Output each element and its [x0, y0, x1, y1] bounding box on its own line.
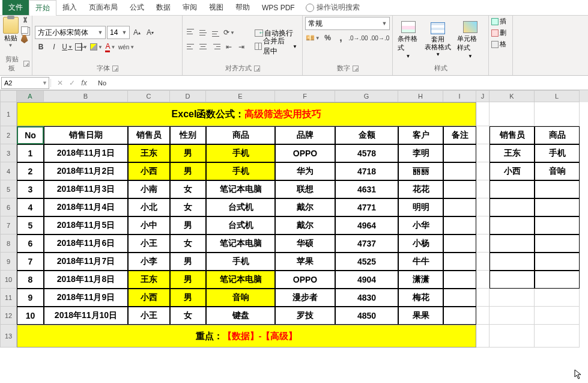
table-format-button[interactable]: 套用 表格格式▼ [422, 21, 453, 58]
enter-formula-icon[interactable]: ✓ [67, 79, 77, 87]
table-cell[interactable]: 女 [170, 198, 206, 216]
table-cell[interactable]: 小北 [128, 198, 170, 216]
tab-review[interactable]: 审阅 [177, 0, 203, 15]
table-cell[interactable]: 小南 [128, 180, 170, 198]
table-cell[interactable] [443, 307, 476, 325]
table-cell[interactable]: 明明 [398, 198, 443, 216]
table-cell[interactable]: 2018年11月9日 [44, 289, 128, 307]
align-top-button[interactable] [185, 26, 197, 39]
table-cell[interactable]: 4525 [335, 253, 398, 271]
table-cell[interactable]: 台式机 [206, 198, 275, 216]
table-cell[interactable]: 10 [17, 307, 44, 325]
table-cell[interactable]: 男 [170, 289, 206, 307]
table-cell[interactable]: 手机 [206, 144, 275, 162]
table-cell[interactable]: 音响 [206, 289, 275, 307]
align-middle-button[interactable] [198, 26, 210, 39]
table-cell[interactable]: 3 [17, 180, 44, 198]
copy-icon[interactable] [21, 26, 28, 34]
table-cell[interactable]: 梅花 [398, 289, 443, 307]
table-cell[interactable] [443, 198, 476, 216]
table-cell[interactable]: 戴尔 [275, 198, 335, 216]
comma-button[interactable] [335, 31, 347, 44]
table-cell[interactable]: 2018年11月6日 [44, 234, 128, 253]
paste-button[interactable]: 粘贴 ▼ [3, 17, 19, 48]
format-cells-button[interactable]: 格 [491, 40, 506, 49]
col-header[interactable]: D [170, 90, 206, 102]
table-cell[interactable]: 王东 [128, 144, 170, 162]
tab-layout[interactable]: 页面布局 [83, 0, 124, 15]
col-header[interactable]: J [476, 90, 489, 102]
table-header[interactable]: 销售日期 [44, 126, 128, 144]
table-cell[interactable]: 4771 [335, 198, 398, 216]
table-cell[interactable]: 9 [17, 289, 44, 307]
phonetic-button[interactable]: wén▼ [118, 40, 135, 54]
table-cell[interactable]: 1 [17, 144, 44, 162]
table-cell[interactable]: 男 [170, 271, 206, 289]
table-cell[interactable]: 4737 [335, 234, 398, 253]
table-cell[interactable]: 小王 [128, 234, 170, 253]
criteria-header[interactable]: 商品 [535, 126, 580, 144]
col-header[interactable]: K [489, 90, 535, 102]
tell-me-search[interactable]: 操作说明搜索 [306, 2, 360, 13]
table-cell[interactable] [443, 216, 476, 234]
decrease-decimal-button[interactable]: .00→.0 [369, 31, 390, 44]
delete-cells-button[interactable]: 删 [491, 28, 506, 37]
table-cell[interactable]: 4904 [335, 271, 398, 289]
table-cell[interactable]: 4850 [335, 307, 398, 325]
number-format-combo[interactable]: 常规▼ [305, 17, 390, 30]
table-cell[interactable] [443, 144, 476, 162]
table-cell[interactable]: 2018年11月7日 [44, 253, 128, 271]
table-cell[interactable]: 女 [170, 307, 206, 325]
cut-icon[interactable] [21, 17, 29, 25]
table-cell[interactable]: 4830 [335, 289, 398, 307]
table-cell[interactable]: 牛牛 [398, 253, 443, 271]
table-cell[interactable]: 小中 [128, 216, 170, 234]
table-header[interactable]: 性别 [170, 126, 206, 144]
table-cell[interactable]: 8 [17, 271, 44, 289]
number-launcher[interactable] [353, 66, 359, 72]
tab-view[interactable]: 视图 [203, 0, 229, 15]
orientation-button[interactable]: ⟳▼ [223, 26, 235, 39]
table-cell[interactable]: 小王 [128, 307, 170, 325]
table-cell[interactable]: 键盘 [206, 307, 275, 325]
table-header[interactable]: 品牌 [275, 126, 335, 144]
table-cell[interactable]: 丽丽 [398, 162, 443, 180]
table-cell[interactable]: 4964 [335, 216, 398, 234]
table-header[interactable]: 备注 [443, 126, 476, 144]
table-header[interactable]: 金额 [335, 126, 398, 144]
table-cell[interactable] [443, 253, 476, 271]
table-cell[interactable]: 小杨 [398, 234, 443, 253]
table-cell[interactable]: OPPO [275, 271, 335, 289]
footer-cell[interactable]: 重点：【数据】-【高级】 [17, 325, 476, 348]
table-cell[interactable]: 4718 [335, 162, 398, 180]
table-cell[interactable] [443, 162, 476, 180]
table-cell[interactable] [443, 234, 476, 253]
table-cell[interactable]: OPPO [275, 144, 335, 162]
title-cell[interactable]: Excel函数公式：高级筛选实用技巧 [17, 102, 476, 126]
criteria-cell[interactable]: 音响 [535, 162, 580, 180]
percent-button[interactable] [322, 31, 334, 44]
table-cell[interactable]: 笔记本电脑 [206, 180, 275, 198]
table-cell[interactable]: 戴尔 [275, 216, 335, 234]
border-button[interactable]: ▼ [74, 40, 88, 54]
table-header[interactable]: 客户 [398, 126, 443, 144]
table-cell[interactable]: 华硕 [275, 234, 335, 253]
table-cell[interactable] [443, 180, 476, 198]
table-cell[interactable]: 2018年11月3日 [44, 180, 128, 198]
table-cell[interactable]: 台式机 [206, 216, 275, 234]
criteria-header[interactable]: 销售员 [489, 126, 535, 144]
table-cell[interactable]: 4578 [335, 144, 398, 162]
table-cell[interactable]: 潇潇 [398, 271, 443, 289]
cell-style-button[interactable]: 单元格样式▼ [455, 20, 486, 60]
fx-icon[interactable]: fx [79, 79, 89, 87]
clipboard-launcher[interactable] [23, 61, 29, 67]
table-cell[interactable]: 2 [17, 162, 44, 180]
font-name-combo[interactable]: 方正小标宋简体▼ [35, 26, 106, 39]
table-cell[interactable]: 苹果 [275, 253, 335, 271]
decrease-font-button[interactable]: A▾ [144, 26, 156, 39]
table-cell[interactable]: 王东 [128, 271, 170, 289]
tab-wps[interactable]: WPS PDF [256, 1, 301, 14]
table-cell[interactable]: 2018年11月4日 [44, 198, 128, 216]
align-right-button[interactable] [210, 40, 222, 54]
formula-input[interactable]: No [93, 79, 588, 87]
